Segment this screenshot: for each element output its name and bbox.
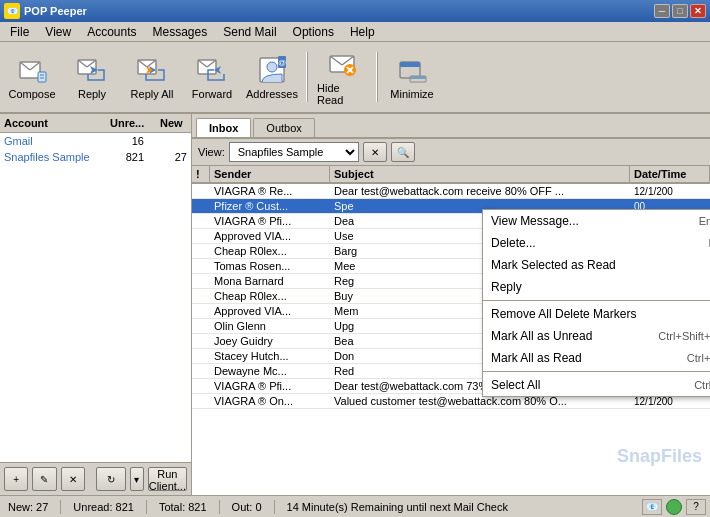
reply-all-button[interactable]: Reply All [124, 47, 180, 107]
tab-inbox[interactable]: Inbox [196, 118, 251, 137]
context-menu: View Message... Enter Delete... Del Mark… [482, 209, 710, 397]
toolbar: Compose Reply Reply All [0, 42, 710, 114]
ctx-delete[interactable]: Delete... Del [483, 232, 710, 254]
status-separator [274, 500, 275, 514]
status-icons: 📧 ? [642, 499, 706, 515]
forward-label: Forward [192, 88, 232, 100]
email-sender: Mona Barnard [210, 275, 330, 287]
ctx-mark-all-unread-label: Mark All as Unread [491, 329, 592, 343]
status-email-icon[interactable]: 📧 [642, 499, 662, 515]
status-help-button[interactable]: ? [686, 499, 706, 515]
email-sender: Cheap R0lex... [210, 290, 330, 302]
email-sender: Cheap R0lex... [210, 245, 330, 257]
addresses-button[interactable]: @ Addresses [244, 47, 300, 107]
reply-all-label: Reply All [131, 88, 174, 100]
flag-col-header: ! [192, 166, 210, 182]
compose-label: Compose [8, 88, 55, 100]
email-subject: Dear test@webattack.com receive 80% OFF … [330, 185, 630, 197]
view-account-select[interactable]: Snapfiles Sample [229, 142, 359, 162]
view-search-button[interactable]: 🔍 [391, 142, 415, 162]
datetime-col-header: Date/Time [630, 166, 710, 182]
status-separator [146, 500, 147, 514]
menu-help[interactable]: Help [342, 23, 383, 41]
left-panel-buttons: + ✎ ✕ ↻ ▾ Run Client... [0, 462, 191, 495]
ctx-mark-read[interactable]: Mark Selected as Read Ins [483, 254, 710, 276]
ctx-view-message[interactable]: View Message... Enter [483, 210, 710, 232]
tab-outbox[interactable]: Outbox [253, 118, 314, 137]
forward-button[interactable]: Forward [184, 47, 240, 107]
right-panel: Inbox Outbox View: Snapfiles Sample ✕ 🔍 … [192, 114, 710, 495]
svg-rect-3 [38, 72, 46, 82]
compose-icon [16, 54, 48, 86]
app-icon: 📧 [4, 3, 20, 19]
status-message: 14 Minute(s) Remaining until next Mail C… [283, 501, 512, 513]
ctx-mark-all-unread[interactable]: Mark All as Unread Ctrl+Shift+Ins [483, 325, 710, 347]
add-account-button[interactable]: + [4, 467, 28, 491]
minimize-window-button[interactable]: ─ [654, 4, 670, 18]
menu-file[interactable]: File [2, 23, 37, 41]
status-online-indicator [666, 499, 682, 515]
window-title: POP Peeper [24, 5, 87, 17]
reply-label: Reply [78, 88, 106, 100]
email-sender: Stacey Hutch... [210, 350, 330, 362]
email-sender: Olin Glenn [210, 320, 330, 332]
ctx-reply-label: Reply [491, 280, 522, 294]
status-total: Total: 821 [155, 501, 211, 513]
minimize-icon [396, 54, 428, 86]
reply-all-icon [136, 54, 168, 86]
ctx-reply[interactable]: Reply ▶ [483, 276, 710, 298]
email-datetime: 12/1/200 [630, 186, 710, 197]
email-row[interactable]: VIAGRA ® Re... Dear test@webattack.com r… [192, 184, 710, 199]
ctx-select-all-label: Select All [491, 378, 540, 392]
email-sender: VIAGRA ® Pfi... [210, 215, 330, 227]
svg-rect-28 [410, 76, 426, 79]
left-panel-header: Account Unre... New [0, 114, 191, 133]
addresses-icon: @ [256, 54, 288, 86]
email-datetime: 12/1/200 [630, 396, 710, 407]
unread-col-header: Unre... [106, 114, 156, 132]
run-client-button[interactable]: Run Client... [148, 467, 187, 491]
email-sender: Joey Guidry [210, 335, 330, 347]
account-row[interactable]: Gmail 16 [0, 133, 191, 149]
email-sender: VIAGRA ® Re... [210, 185, 330, 197]
status-separator [219, 500, 220, 514]
hide-read-icon [326, 48, 358, 80]
ctx-remove-delete-markers[interactable]: Remove All Delete Markers [483, 303, 710, 325]
ctx-delete-label: Delete... [491, 236, 536, 250]
view-label: View: [198, 146, 225, 158]
ctx-mark-read-label: Mark Selected as Read [491, 258, 616, 272]
ctx-mark-all-unread-shortcut: Ctrl+Shift+Ins [658, 330, 710, 342]
account-name: Snapfiles Sample [4, 151, 102, 163]
account-unread: 16 [102, 135, 152, 147]
account-col-header: Account [0, 114, 106, 132]
reply-button[interactable]: Reply [64, 47, 120, 107]
menu-send-mail[interactable]: Send Mail [215, 23, 284, 41]
delete-account-button[interactable]: ✕ [61, 467, 85, 491]
ctx-select-all[interactable]: Select All Ctrl+A [483, 374, 710, 396]
status-separator [60, 500, 61, 514]
refresh-dropdown-button[interactable]: ▾ [130, 467, 144, 491]
toolbar-separator-2 [376, 52, 378, 102]
hide-read-button[interactable]: Hide Read [314, 47, 370, 107]
edit-account-button[interactable]: ✎ [32, 467, 56, 491]
ctx-remove-markers-label: Remove All Delete Markers [491, 307, 636, 321]
refresh-button[interactable]: ↻ [96, 467, 125, 491]
ctx-mark-all-read[interactable]: Mark All as Read Ctrl+Ins [483, 347, 710, 369]
minimize-button[interactable]: Minimize [384, 47, 440, 107]
compose-button[interactable]: Compose [4, 47, 60, 107]
menu-options[interactable]: Options [285, 23, 342, 41]
menu-messages[interactable]: Messages [145, 23, 216, 41]
email-sender: Pfizer ® Cust... [210, 200, 330, 212]
menu-view[interactable]: View [37, 23, 79, 41]
view-filter-button[interactable]: ✕ [363, 142, 387, 162]
menu-accounts[interactable]: Accounts [79, 23, 144, 41]
close-window-button[interactable]: ✕ [690, 4, 706, 18]
ctx-separator-2 [483, 371, 710, 372]
account-row[interactable]: Snapfiles Sample 821 27 [0, 149, 191, 165]
tabs-bar: Inbox Outbox [192, 114, 710, 137]
menu-bar: File View Accounts Messages Send Mail Op… [0, 22, 710, 42]
addresses-label: Addresses [246, 88, 298, 100]
email-sender: Approved VIA... [210, 230, 330, 242]
maximize-window-button[interactable]: □ [672, 4, 688, 18]
new-col-header: New [156, 114, 191, 132]
